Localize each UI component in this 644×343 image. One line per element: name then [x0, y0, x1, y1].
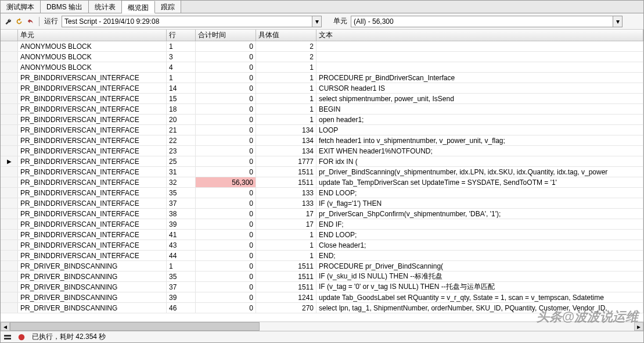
cell-text: PROCEDURE pr_Driver_BindScanning( — [316, 261, 643, 271]
col-resize[interactable] — [253, 30, 256, 41]
tab-3[interactable]: 概览图 — [122, 1, 155, 13]
table-row[interactable]: PR_BINDDRIVERSCAN_INTERFACE38017pr_Drive… — [1, 209, 643, 219]
grid-body[interactable]: ANONYMOUS BLOCK102ANONYMOUS BLOCK302ANON… — [1, 41, 643, 321]
cell-val: 1511 — [256, 261, 316, 271]
row-indicator — [1, 135, 18, 145]
cell-val: 2 — [256, 52, 316, 62]
table-row[interactable]: PR_BINDDRIVERSCAN_INTERFACE1501select sh… — [1, 94, 643, 104]
cell-line: 22 — [167, 135, 196, 145]
table-row[interactable]: PR_BINDDRIVERSCAN_INTERFACE3256,3001511u… — [1, 177, 643, 188]
col-resize[interactable] — [193, 30, 195, 41]
scroll-track[interactable] — [10, 322, 634, 331]
table-row[interactable]: PR_BINDDRIVERSCAN_INTERFACE4101END LOOP; — [1, 230, 643, 240]
cell-total: 0 — [196, 209, 256, 219]
wrench-icon[interactable] — [3, 17, 12, 26]
cell-text: END IF; — [316, 219, 643, 229]
cell-val: 1777 — [256, 156, 316, 166]
cell-unit: PR_DRIVER_BINDSCANNING — [18, 282, 167, 292]
col-resize[interactable] — [314, 30, 316, 41]
row-indicator — [1, 198, 18, 208]
cell-unit: PR_BINDDRIVERSCAN_INTERFACE — [18, 240, 167, 250]
scroll-left-icon[interactable]: ◂ — [1, 322, 10, 331]
cell-total: 0 — [196, 198, 256, 208]
table-row[interactable]: ▶PR_BINDDRIVERSCAN_INTERFACE2501777FOR i… — [1, 156, 643, 167]
row-indicator — [1, 115, 18, 124]
table-row[interactable]: PR_BINDDRIVERSCAN_INTERFACE1801BEGIN — [1, 104, 643, 115]
table-row[interactable]: PR_BINDDRIVERSCAN_INTERFACE1401CURSOR he… — [1, 83, 643, 94]
table-row[interactable]: PR_BINDDRIVERSCAN_INTERFACE210134LOOP — [1, 125, 643, 135]
cell-unit: PR_BINDDRIVERSCAN_INTERFACE — [18, 146, 167, 156]
cell-line: 37 — [167, 198, 196, 208]
run-dropdown[interactable]: ▾ — [62, 16, 322, 27]
tab-2[interactable]: 统计表 — [89, 1, 122, 13]
cell-text: Close header1; — [316, 240, 643, 250]
table-row[interactable]: PR_BINDDRIVERSCAN_INTERFACE4301Close hea… — [1, 240, 643, 251]
run-input[interactable] — [62, 16, 312, 27]
table-row[interactable]: PR_BINDDRIVERSCAN_INTERFACE220134fetch h… — [1, 135, 643, 146]
chevron-down-icon[interactable]: ▾ — [312, 16, 321, 27]
tab-0[interactable]: 测试脚本 — [1, 1, 41, 13]
table-row[interactable]: ANONYMOUS BLOCK302 — [1, 52, 643, 62]
table-row[interactable]: PR_BINDDRIVERSCAN_INTERFACE101PROCEDURE … — [1, 73, 643, 83]
stop-icon[interactable] — [17, 333, 26, 342]
row-indicator — [1, 177, 18, 187]
scroll-right-icon[interactable]: ▸ — [634, 322, 643, 331]
table-row[interactable]: PR_DRIVER_BINDSCANNING460270select lpn, … — [1, 303, 643, 313]
cell-val: 1 — [256, 230, 316, 240]
cell-total: 0 — [196, 104, 256, 114]
table-row[interactable]: PR_BINDDRIVERSCAN_INTERFACE350133END LOO… — [1, 188, 643, 198]
row-indicator — [1, 125, 18, 135]
undo-icon[interactable] — [26, 17, 35, 26]
table-row[interactable]: PR_DRIVER_BINDSCANNING101511PROCEDURE pr… — [1, 261, 643, 271]
table-row[interactable]: PR_BINDDRIVERSCAN_INTERFACE370133IF (v_f… — [1, 198, 643, 209]
cell-line: 38 — [167, 209, 196, 219]
cell-total: 0 — [196, 219, 256, 229]
cell-unit: ANONYMOUS BLOCK — [18, 62, 167, 72]
table-row[interactable]: PR_DRIVER_BINDSCANNING3901241update Tab_… — [1, 292, 643, 303]
cell-total: 0 — [196, 73, 256, 83]
cell-val: 1511 — [256, 271, 316, 281]
tab-4[interactable]: 跟踪 — [155, 1, 181, 13]
table-row[interactable]: PR_BINDDRIVERSCAN_INTERFACE4401END; — [1, 251, 643, 261]
col-header-val[interactable]: 具体值 — [256, 30, 316, 41]
cell-line: 37 — [167, 282, 196, 292]
table-row[interactable]: PR_DRIVER_BINDSCANNING3501511IF (v_sku_i… — [1, 271, 643, 282]
col-resize[interactable] — [164, 30, 166, 41]
cell-total: 0 — [196, 261, 256, 271]
cell-total: 56,300 — [196, 177, 256, 187]
cell-val: 1241 — [256, 292, 316, 302]
cell-val: 1511 — [256, 167, 316, 177]
scroll-thumb[interactable] — [10, 322, 260, 331]
table-row[interactable]: PR_BINDDRIVERSCAN_INTERFACE230134EXIT WH… — [1, 146, 643, 156]
cell-val: 1 — [256, 94, 316, 103]
table-row[interactable]: ANONYMOUS BLOCK102 — [1, 41, 643, 52]
chevron-down-icon[interactable]: ▾ — [613, 16, 622, 27]
cell-text: BEGIN — [316, 104, 643, 114]
table-row[interactable]: PR_BINDDRIVERSCAN_INTERFACE39017END IF; — [1, 219, 643, 230]
cell-total: 0 — [196, 52, 256, 62]
col-header-unit[interactable]: 单元 — [18, 30, 167, 41]
table-row[interactable]: ANONYMOUS BLOCK401 — [1, 62, 643, 73]
horizontal-scrollbar[interactable]: ◂ ▸ — [1, 321, 643, 331]
status-bars-icon — [4, 334, 11, 340]
unit-dropdown[interactable]: ▾ — [351, 16, 623, 27]
cell-total: 0 — [196, 146, 256, 156]
table-row[interactable]: PR_BINDDRIVERSCAN_INTERFACE2001open head… — [1, 115, 643, 125]
refresh-icon[interactable] — [15, 17, 24, 26]
col-header-total[interactable]: 合计时间 — [196, 30, 256, 41]
table-row[interactable]: PR_DRIVER_BINDSCANNING3701511IF (v_tag =… — [1, 282, 643, 292]
unit-input[interactable] — [351, 16, 613, 27]
row-indicator — [1, 146, 18, 156]
row-indicator — [1, 292, 18, 302]
cell-val: 134 — [256, 125, 316, 135]
cell-unit: PR_BINDDRIVERSCAN_INTERFACE — [18, 73, 167, 83]
col-header-line[interactable]: 行 — [167, 30, 196, 41]
col-header-text[interactable]: 文本 — [316, 30, 643, 41]
tab-1[interactable]: DBMS 输出 — [41, 1, 89, 13]
cell-val: 1 — [256, 104, 316, 114]
table-row[interactable]: PR_BINDDRIVERSCAN_INTERFACE3101511pr_Dri… — [1, 167, 643, 177]
row-indicator — [1, 83, 18, 93]
cell-line: 23 — [167, 146, 196, 156]
cell-text: END; — [316, 251, 643, 260]
cell-line: 46 — [167, 303, 196, 313]
